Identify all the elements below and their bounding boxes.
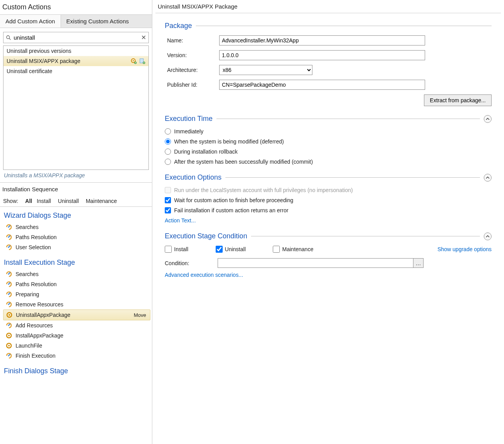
arch-label: Architecture: (165, 67, 219, 73)
radio-rollback[interactable] (165, 149, 171, 155)
collapse-icon[interactable] (484, 115, 492, 123)
publisher-input[interactable] (219, 80, 425, 90)
check-label: Wait for custom action to finish before … (174, 197, 293, 203)
check-wait[interactable] (165, 197, 171, 203)
radio-deferred[interactable] (165, 138, 171, 145)
tree-item[interactable]: Preparing (3, 289, 150, 299)
section-stage-condition: Execution Stage Condition Install Uninst… (155, 232, 501, 278)
detail-title: Uninstall MSIX/APPX Package (155, 0, 501, 13)
tree-item[interactable]: Finish Execution (3, 351, 150, 361)
condition-browse-button[interactable]: … (413, 258, 424, 268)
radio-label: When the system is being modified (defer… (174, 138, 284, 145)
svg-line-1 (9, 38, 11, 40)
check-maintenance[interactable] (273, 246, 280, 253)
check-label: Uninstall (225, 246, 246, 252)
svg-point-0 (7, 35, 10, 38)
svg-point-12 (8, 345, 10, 346)
tree-label: Preparing (16, 291, 39, 297)
tree-item[interactable]: Add Resources (3, 320, 150, 330)
tab-add-custom-action[interactable]: Add Custom Action (0, 15, 61, 28)
filter-row: Show: All Install Uninstall Maintenance (0, 196, 152, 207)
version-input[interactable] (219, 50, 425, 60)
collapse-icon[interactable] (484, 174, 492, 182)
check-label: Fail installation if custom action retur… (174, 207, 288, 213)
stage-finish-title[interactable]: Finish Dialogs Stage (3, 365, 150, 378)
result-item[interactable]: Uninstall MSIX/APPX package (3, 56, 148, 66)
tree-item-user-selection[interactable]: User Selection (3, 242, 150, 252)
radio-label: After the system has been successfully m… (174, 159, 313, 165)
section-exec-time-label: Execution Time (165, 115, 213, 123)
svg-point-3 (133, 60, 134, 61)
divider (251, 236, 480, 236)
divider (225, 177, 480, 178)
result-item[interactable]: Uninstall certificate (3, 66, 148, 76)
move-button[interactable]: Move (132, 312, 148, 318)
radio-immediately[interactable] (165, 128, 171, 135)
condition-label: Condition: (165, 260, 211, 266)
tree-label: Paths Resolution (16, 234, 57, 240)
stage-wizard-title[interactable]: Wizard Dialogs Stage (3, 209, 150, 222)
clear-search-icon[interactable]: ✕ (141, 34, 146, 41)
tab-existing-custom-actions[interactable]: Existing Custom Actions (61, 15, 134, 28)
tree-label: Add Resources (16, 322, 53, 329)
extract-button[interactable]: Extract from package... (424, 94, 492, 106)
add-without-sequence-icon[interactable] (139, 58, 145, 64)
tree-item[interactable]: InstallAppxPackage (3, 330, 150, 341)
gear-icon (6, 311, 13, 318)
filter-show-label: Show: (3, 198, 18, 204)
tree-label: User Selection (16, 244, 51, 250)
section-stage-condition-label: Execution Stage Condition (165, 232, 247, 240)
check-label: Run under the LocalSystem account with f… (174, 187, 353, 193)
page-title: Custom Actions (0, 0, 152, 15)
action-text-link[interactable]: Action Text... (165, 217, 196, 224)
check-fail[interactable] (165, 207, 171, 213)
stage-install-exec-title[interactable]: Install Execution Stage (3, 256, 150, 269)
check-install[interactable] (165, 246, 172, 253)
result-label: Uninstall previous versions (7, 48, 72, 54)
show-upgrade-link[interactable]: Show upgrade options (438, 246, 492, 252)
tree-item[interactable]: LaunchFile (3, 341, 150, 351)
name-label: Name: (165, 37, 219, 44)
version-label: Version: (165, 52, 219, 58)
tree-item[interactable]: Searches (3, 269, 150, 279)
section-package-label: Package (165, 22, 192, 30)
section-exec-options: Execution Options Run under the LocalSys… (155, 173, 501, 224)
result-item[interactable]: Uninstall previous versions (3, 46, 148, 56)
tree-item[interactable]: Remove Resources (3, 299, 150, 309)
condition-input[interactable] (218, 258, 413, 268)
section-package: Package Name: Version: Architecture: x86… (155, 22, 501, 106)
name-input[interactable] (219, 35, 425, 45)
step-icon (5, 271, 12, 278)
tree-label: Finish Execution (16, 353, 56, 359)
filter-uninstall[interactable]: Uninstall (58, 198, 79, 204)
sequence-tree: Wizard Dialogs Stage Searches Paths Reso… (0, 207, 152, 380)
arch-select[interactable]: x86 (219, 65, 312, 75)
section-exec-time: Execution Time Immediately When the syst… (155, 115, 501, 165)
filter-maintenance[interactable]: Maintenance (86, 198, 117, 204)
tree-item-paths[interactable]: Paths Resolution (3, 232, 150, 242)
tree-label: InstallAppxPackage (16, 332, 63, 339)
tree-item[interactable]: Paths Resolution (3, 279, 150, 289)
tree-item-uninstallappx[interactable]: UninstallAppxPackageMove (3, 309, 150, 320)
add-with-sequence-icon[interactable] (131, 58, 137, 64)
tree-item-searches[interactable]: Searches (3, 222, 150, 232)
tree-label: Paths Resolution (16, 281, 57, 287)
check-label: Install (174, 246, 188, 252)
step-icon (5, 352, 12, 359)
divider (216, 119, 480, 119)
advanced-scenarios-link[interactable]: Advanced execution scenarios... (165, 272, 243, 278)
collapse-icon[interactable] (484, 232, 492, 240)
radio-commit[interactable] (165, 159, 171, 165)
tree-label: Searches (16, 224, 38, 230)
search-input[interactable] (14, 34, 141, 41)
step-icon (5, 301, 12, 308)
check-uninstall[interactable] (216, 246, 223, 253)
filter-all[interactable]: All (25, 198, 32, 204)
svg-point-10 (8, 335, 10, 336)
search-results: Uninstall previous versions Uninstall MS… (3, 45, 149, 170)
result-label: Uninstall MSIX/APPX package (7, 58, 80, 64)
step-icon (5, 291, 12, 298)
step-icon (5, 234, 12, 241)
filter-install[interactable]: Install (37, 198, 51, 204)
result-hint: Uninstalls a MSIX/APPX package (0, 170, 152, 181)
